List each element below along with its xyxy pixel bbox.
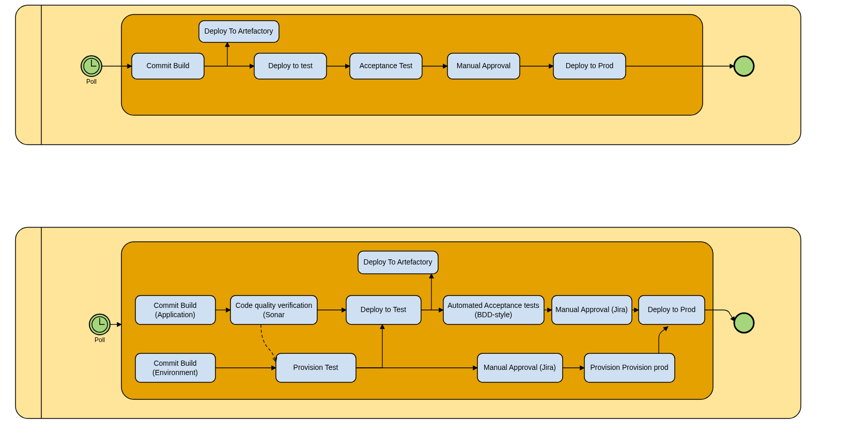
task-acceptance-test-1: Acceptance Test (350, 53, 422, 79)
svg-text:Manual Approval (Jira): Manual Approval (Jira) (484, 363, 556, 371)
task-manual-approval-1: Manual Approval (447, 53, 520, 79)
task-deploy-artefactory-1: Deploy To Artefactory (199, 21, 279, 42)
svg-point-19 (734, 56, 754, 76)
svg-text:Acceptance Test: Acceptance Test (360, 61, 413, 70)
task-deploy-prod-1: Deploy to Prod (553, 53, 626, 79)
task-sonar: Code quality verification (Sonar (230, 296, 317, 324)
svg-text:Provision Provision prod: Provision Provision prod (591, 363, 669, 371)
end-event-1 (734, 56, 754, 76)
svg-text:Deploy to Test: Deploy to Test (361, 305, 407, 314)
svg-text:Automated Acceptance tests: Automated Acceptance tests (447, 301, 539, 309)
task-approval-top: Manual Approval (Jira) (552, 296, 632, 324)
svg-text:(Application): (Application) (155, 310, 195, 319)
svg-point-53 (734, 313, 754, 333)
task-commit-build-1: Commit Build (132, 53, 204, 79)
task-deploy-prod-2: Deploy to Prod (639, 296, 705, 324)
poll-label-2: Poll (95, 336, 105, 344)
svg-text:Deploy To Artefactory: Deploy To Artefactory (364, 258, 432, 266)
task-bdd: Automated Acceptance tests (BDD-style) (443, 296, 544, 324)
task-deploy-test-1: Deploy to test (254, 53, 327, 79)
task-commit-app: Commit Build (Application) (135, 296, 215, 324)
task-provision-test: Provision Test (276, 353, 356, 382)
svg-text:Commit Build: Commit Build (153, 301, 196, 309)
svg-text:(Environment): (Environment) (152, 368, 198, 377)
svg-text:(Sonar: (Sonar (263, 310, 285, 319)
svg-text:Deploy to Prod: Deploy to Prod (648, 305, 696, 314)
svg-text:Deploy to test: Deploy to test (268, 61, 313, 70)
bpmn-diagram: Build Pipeline Poll Commit Build Deploy … (0, 0, 868, 435)
pool-build-pipeline: Build Pipeline Poll Commit Build Deploy … (0, 0, 801, 145)
svg-text:(BDD-style): (BDD-style) (475, 310, 512, 319)
task-provision-prod: Provision Provision prod (584, 353, 675, 382)
task-deploy-test-2: Deploy to Test (346, 296, 421, 324)
svg-text:Manual Approval: Manual Approval (457, 61, 510, 70)
end-event-2 (734, 313, 754, 333)
svg-text:Manual Approval (Jira): Manual Approval (Jira) (555, 305, 628, 314)
svg-text:Commit Build: Commit Build (146, 61, 189, 70)
poll-label-1: Poll (86, 78, 97, 85)
task-commit-env: Commit Build (Environment) (135, 353, 215, 382)
task-approval-bottom: Manual Approval (Jira) (477, 353, 563, 382)
svg-text:Deploy to Prod: Deploy to Prod (566, 61, 614, 70)
svg-text:Deploy To Artefactory: Deploy To Artefactory (205, 27, 273, 35)
svg-text:Code quality verification: Code quality verification (236, 301, 313, 309)
svg-text:Commit Build: Commit Build (153, 359, 196, 367)
task-deploy-artefactory-2: Deploy To Artefactory (358, 251, 438, 274)
svg-text:Provision Test: Provision Test (293, 363, 338, 371)
